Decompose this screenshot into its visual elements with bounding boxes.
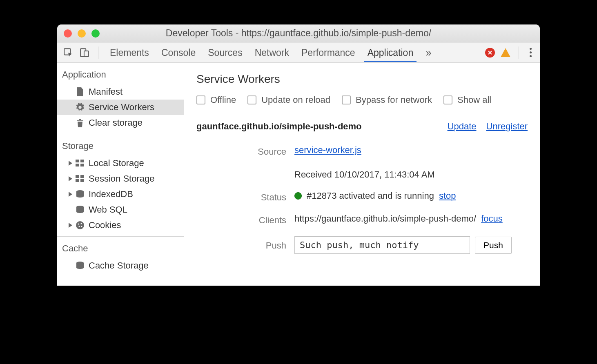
push-button[interactable]: Push — [475, 237, 512, 254]
source-received: Received 10/10/2017, 11:43:04 AM — [294, 160, 528, 180]
expand-icon — [69, 161, 72, 166]
minimize-window-button[interactable] — [78, 29, 86, 38]
sidebar-item-clear-storage[interactable]: Clear storage — [57, 115, 184, 131]
inspect-element-icon[interactable] — [63, 47, 74, 58]
close-window-button[interactable] — [64, 29, 72, 38]
stop-link[interactable]: stop — [439, 191, 456, 201]
devtools-body: Application Manifest Service Workers — [57, 63, 540, 286]
svg-rect-10 — [80, 179, 84, 182]
sidebar-section-application: Application — [57, 63, 184, 84]
svg-rect-4 — [80, 160, 84, 162]
sidebar-item-session-storage[interactable]: Session Storage — [57, 171, 184, 186]
tab-performance[interactable]: Performance — [298, 43, 359, 62]
svg-rect-8 — [80, 175, 84, 178]
errors-icon[interactable] — [485, 48, 495, 58]
unregister-link[interactable]: Unregister — [486, 121, 528, 132]
sidebar-section-storage: Storage — [57, 134, 184, 155]
scope-name: gauntface.github.io/simple-push-demo — [196, 121, 362, 132]
expand-icon — [69, 192, 72, 197]
sidebar-item-label: Service Workers — [89, 102, 154, 113]
tab-elements[interactable]: Elements — [107, 43, 152, 62]
focus-link[interactable]: focus — [481, 213, 503, 224]
bypass-for-network-checkbox[interactable]: Bypass for network — [342, 95, 432, 105]
sidebar-item-service-workers[interactable]: Service Workers — [57, 100, 184, 115]
tabs-overflow-button[interactable]: » — [422, 42, 434, 63]
scope-row: gauntface.github.io/simple-push-demo Upd… — [184, 112, 540, 141]
sidebar-section-cache: Cache — [57, 237, 184, 258]
document-icon — [76, 87, 85, 96]
checkbox-label: Update on reload — [261, 95, 330, 105]
sidebar-item-cache-storage[interactable]: Cache Storage — [57, 258, 184, 273]
devtools-window: Developer Tools - https://gauntface.gith… — [57, 24, 540, 286]
sidebar-item-label: IndexedDB — [89, 189, 133, 200]
status-text: #12873 activated and is running — [307, 191, 434, 201]
clients-label: Clients — [196, 213, 286, 226]
expand-icon — [69, 176, 72, 181]
push-input[interactable] — [294, 236, 470, 254]
sidebar-item-local-storage[interactable]: Local Storage — [57, 155, 184, 171]
sidebar-item-label: Manifest — [89, 87, 123, 97]
sidebar-item-label: Clear storage — [89, 118, 143, 128]
show-all-checkbox[interactable]: Show all — [443, 95, 491, 105]
sidebar-item-web-sql[interactable]: Web SQL — [57, 202, 184, 218]
svg-rect-5 — [76, 164, 79, 166]
panel-title: Service Workers — [196, 73, 528, 86]
trash-icon — [76, 118, 85, 127]
sidebar-item-label: Session Storage — [89, 173, 154, 184]
device-toggle-icon[interactable] — [79, 47, 90, 58]
sidebar-item-indexeddb[interactable]: IndexedDB — [57, 186, 184, 202]
separator — [98, 47, 98, 59]
source-file-link[interactable]: service-worker.js — [294, 145, 361, 155]
table-icon — [76, 159, 85, 168]
gear-icon — [76, 103, 85, 112]
sidebar-item-cookies[interactable]: Cookies — [57, 218, 184, 233]
update-on-reload-checkbox[interactable]: Update on reload — [247, 95, 330, 105]
client-url: https://gauntface.github.io/simple-push-… — [294, 213, 476, 224]
svg-point-17 — [81, 226, 82, 227]
push-value: Push — [294, 236, 528, 254]
warnings-icon[interactable] — [501, 48, 510, 57]
push-label: Push — [196, 236, 286, 251]
status-label: Status — [196, 191, 286, 203]
sidebar-item-label: Web SQL — [89, 204, 127, 215]
svg-rect-6 — [80, 164, 84, 166]
svg-rect-9 — [76, 179, 79, 182]
update-link[interactable]: Update — [448, 121, 477, 132]
settings-menu-icon[interactable] — [527, 48, 534, 57]
tab-network[interactable]: Network — [252, 43, 292, 62]
panel-header: Service Workers Offline Update on reload… — [184, 63, 540, 112]
svg-rect-3 — [76, 160, 79, 162]
sidebar-item-label: Local Storage — [89, 158, 144, 169]
status-running-icon — [294, 192, 302, 200]
table-icon — [76, 174, 85, 183]
window-title: Developer Tools - https://gauntface.gith… — [57, 28, 540, 39]
status-value: #12873 activated and is running stop — [294, 191, 528, 201]
clients-value: https://gauntface.github.io/simple-push-… — [294, 213, 528, 224]
sidebar-item-label: Cookies — [89, 220, 121, 231]
checkbox-label: Show all — [457, 95, 491, 105]
panel-options: Offline Update on reload Bypass for netw… — [196, 86, 528, 112]
svg-point-13 — [76, 221, 84, 229]
database-icon — [76, 261, 85, 270]
sw-details: Source service-worker.js Received 10/10/… — [184, 141, 540, 262]
separator — [519, 47, 519, 59]
checkbox-label: Bypass for network — [356, 95, 432, 105]
expand-icon — [69, 223, 72, 228]
cookie-icon — [76, 221, 85, 230]
source-value: service-worker.js Received 10/10/2017, 1… — [294, 145, 528, 180]
sidebar-item-label: Cache Storage — [89, 260, 149, 271]
application-sidebar: Application Manifest Service Workers — [57, 63, 184, 286]
devtools-tabbar: Elements Console Sources Network Perform… — [57, 42, 540, 63]
traffic-lights — [57, 29, 100, 38]
offline-checkbox[interactable]: Offline — [196, 95, 236, 105]
svg-point-16 — [79, 226, 80, 227]
zoom-window-button[interactable] — [91, 29, 100, 38]
database-icon — [76, 190, 85, 199]
tab-sources[interactable]: Sources — [205, 43, 245, 62]
sidebar-item-manifest[interactable]: Manifest — [57, 84, 184, 100]
window-titlebar: Developer Tools - https://gauntface.gith… — [57, 24, 540, 42]
tab-application[interactable]: Application — [364, 43, 417, 62]
checkbox-label: Offline — [210, 95, 236, 105]
tab-console[interactable]: Console — [158, 43, 199, 62]
svg-rect-7 — [76, 175, 79, 178]
